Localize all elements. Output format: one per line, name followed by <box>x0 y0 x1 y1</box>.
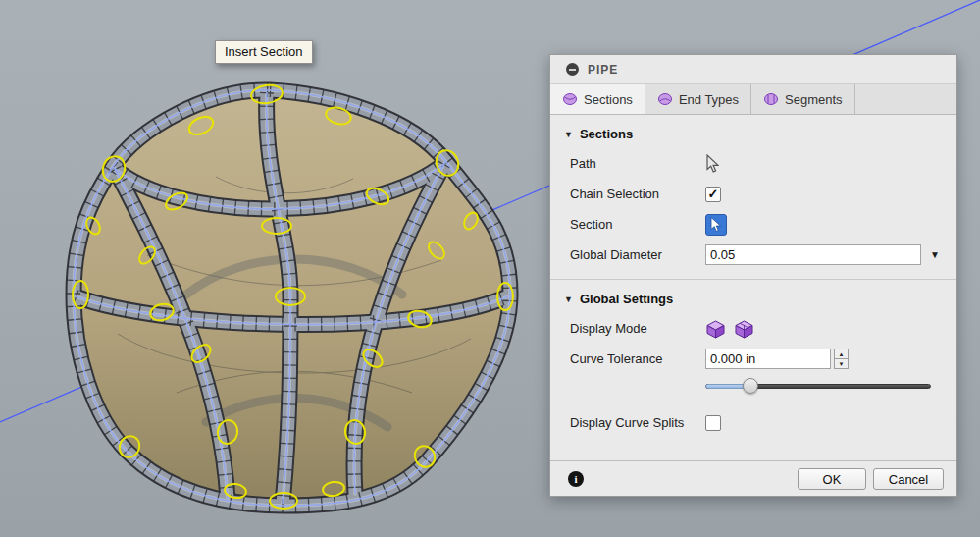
ok-button[interactable]: OK <box>798 468 866 490</box>
display-mode-label: Display Mode <box>570 321 705 336</box>
pipe-model[interactable] <box>73 83 513 509</box>
display-curve-splits-label: Display Curve Splits <box>570 415 705 430</box>
tab-end-types[interactable]: End Types <box>645 84 751 114</box>
pipe-dialog: PIPE Sections End Types <box>549 54 957 497</box>
section-row: Section <box>550 209 956 240</box>
tab-sections-label: Sections <box>584 92 633 107</box>
curve-tolerance-row: Curve Tolerance ▲ ▼ <box>550 344 956 374</box>
display-mode-row: Display Mode <box>550 313 956 344</box>
curve-tolerance-label: Curve Tolerance <box>570 351 705 366</box>
chain-selection-checkbox[interactable]: ✓ <box>705 187 721 202</box>
tab-sections[interactable]: Sections <box>550 84 645 114</box>
collapse-triangle-icon[interactable]: ▼ <box>564 130 573 139</box>
mouse-cursor-icon <box>705 154 719 173</box>
global-diameter-label: Global Diameter <box>570 247 705 262</box>
tab-segments-label: Segments <box>785 92 843 107</box>
global-settings-group-header[interactable]: ▼ Global Settings <box>564 292 956 306</box>
spinner-down-button[interactable]: ▼ <box>834 359 849 369</box>
path-label: Path <box>570 156 705 171</box>
group-divider <box>550 279 956 280</box>
global-diameter-row: Global Diameter ▼ <box>550 240 956 270</box>
tooltip-insert-section: Insert Section <box>215 40 313 64</box>
tolerance-spinner: ▲ ▼ <box>834 349 849 369</box>
section-label: Section <box>570 217 705 232</box>
dialog-title: PIPE <box>588 63 618 77</box>
display-curve-splits-checkbox[interactable] <box>705 415 721 431</box>
dialog-footer: i OK Cancel <box>550 460 956 496</box>
path-row: Path <box>550 148 956 179</box>
display-mode-mesh-icon[interactable] <box>734 319 754 339</box>
sections-group-header[interactable]: ▼ Sections <box>564 127 956 141</box>
segments-tab-icon <box>763 92 779 106</box>
curve-tolerance-input[interactable] <box>705 349 831 369</box>
chain-selection-label: Chain Selection <box>570 187 705 201</box>
global-diameter-input[interactable] <box>705 244 921 265</box>
collapse-triangle-icon[interactable]: ▼ <box>564 295 573 304</box>
tolerance-slider[interactable] <box>705 376 931 396</box>
select-arrow-icon <box>710 217 722 233</box>
info-icon[interactable]: i <box>568 471 584 487</box>
dialog-header[interactable]: PIPE <box>550 55 956 84</box>
end-types-tab-icon <box>657 92 673 106</box>
global-settings-group-title: Global Settings <box>580 292 673 306</box>
spinner-up-button[interactable]: ▲ <box>834 349 849 359</box>
tab-bar: Sections End Types Segments <box>550 84 956 115</box>
cancel-button[interactable]: Cancel <box>873 468 944 490</box>
application-window: Insert Section PIPE Sections End Types <box>0 0 980 537</box>
section-select-button[interactable] <box>705 214 727 236</box>
tab-segments[interactable]: Segments <box>751 84 855 114</box>
display-curve-splits-row: Display Curve Splits <box>550 407 956 438</box>
sections-group-title: Sections <box>580 127 633 141</box>
tab-end-types-label: End Types <box>679 92 739 107</box>
slider-handle[interactable] <box>743 378 758 394</box>
display-mode-solid-icon[interactable] <box>705 319 726 339</box>
dialog-grip-icon[interactable] <box>566 63 579 76</box>
chain-selection-row: Chain Selection ✓ <box>550 179 956 209</box>
sections-tab-icon <box>562 92 578 106</box>
tab-bar-spacer <box>855 84 956 114</box>
diameter-dropdown-icon[interactable]: ▼ <box>930 249 940 260</box>
